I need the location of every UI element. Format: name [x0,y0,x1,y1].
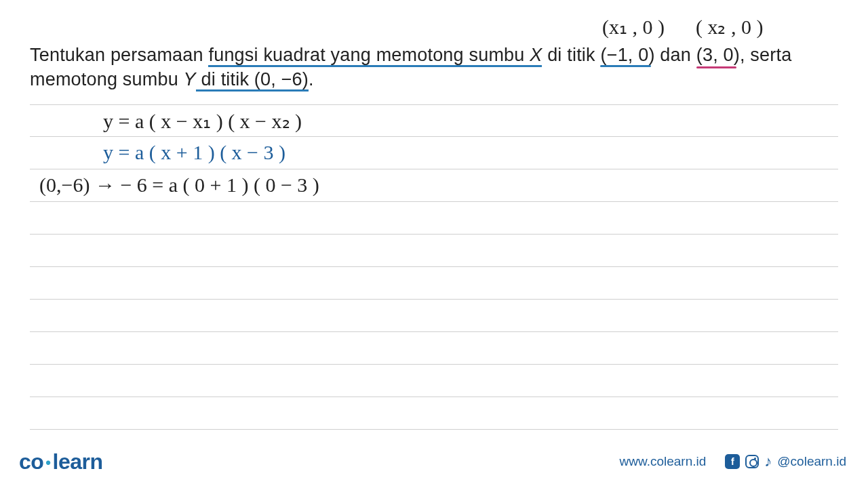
q-text-1: Tentukan persamaan [30,45,208,65]
footer: co•learn www.colearn.id f ♪ @colearn.id [0,435,868,488]
logo-co: co [19,449,43,474]
ruled-line-8 [30,332,838,365]
footer-handle[interactable]: @colearn.id [777,454,846,469]
question-text: Tentukan persamaan fungsi kuadrat yang m… [30,43,838,92]
work-line-3: (0,−6) → − 6 = a ( 0 + 1 ) ( 0 − 3 ) [39,174,319,197]
work-line-1: y = a ( x − x₁ ) ( x − x₂ ) [103,109,302,133]
q-y: Y [184,69,196,89]
q-underline-phrase-2: di titik (0, −6) [196,69,309,92]
logo: co•learn [19,449,103,474]
q-point1: (−1, 0) [600,45,654,65]
q-text-5: memotong sumbu [30,69,184,89]
footer-right: www.colearn.id f ♪ @colearn.id [620,453,846,470]
footer-url[interactable]: www.colearn.id [620,454,707,469]
q-point2: (3, 0) [696,45,740,65]
q-underline-phrase: fungsi kuadrat yang memotong sumbu X [208,45,542,67]
ruled-line-6 [30,267,838,300]
annotation-x1: (x₁ , 0 ) [602,15,665,39]
logo-dot: • [45,454,50,472]
ruled-line-5 [30,235,838,267]
q-x: X [530,45,542,65]
q-phrase: fungsi kuadrat yang memotong sumbu [208,45,530,65]
facebook-icon[interactable]: f [725,454,740,469]
worksheet-area: y = a ( x − x₁ ) ( x − x₂ ) y = a ( x + … [30,104,838,430]
ruled-line-10 [30,397,838,430]
ruled-line-9 [30,365,838,397]
instagram-icon[interactable] [745,455,759,468]
work-line-2: y = a ( x + 1 ) ( x − 3 ) [103,141,285,164]
q-text-4: , serta [740,45,791,65]
ruled-line-7 [30,300,838,332]
q-text-2: di titik [542,45,600,65]
q-text-3: dan [655,45,696,65]
social-icons: f ♪ @colearn.id [725,453,846,470]
ruled-line-3: (0,−6) → − 6 = a ( 0 + 1 ) ( 0 − 3 ) [30,169,838,202]
annotation-x2: ( x₂ , 0 ) [696,15,763,39]
ruled-line-2: y = a ( x + 1 ) ( x − 3 ) [30,137,838,169]
q-text-6: . [309,69,314,89]
ruled-line-4 [30,202,838,235]
tiktok-icon[interactable]: ♪ [764,453,772,470]
ruled-line-1: y = a ( x − x₁ ) ( x − x₂ ) [30,104,838,137]
logo-learn: learn [53,449,103,474]
